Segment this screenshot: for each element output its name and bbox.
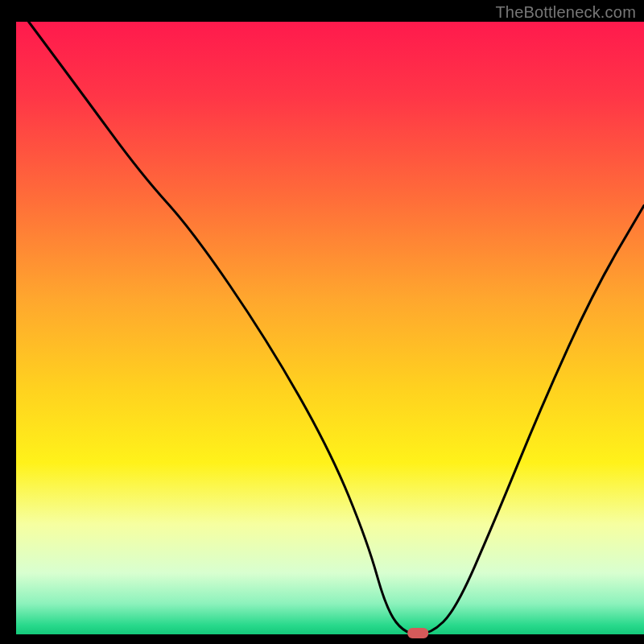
optimal-marker bbox=[407, 628, 428, 638]
bottleneck-chart bbox=[0, 0, 644, 644]
chart-frame: TheBottleneck.com bbox=[0, 0, 644, 644]
gradient-background bbox=[16, 22, 644, 634]
watermark-text: TheBottleneck.com bbox=[495, 3, 636, 22]
